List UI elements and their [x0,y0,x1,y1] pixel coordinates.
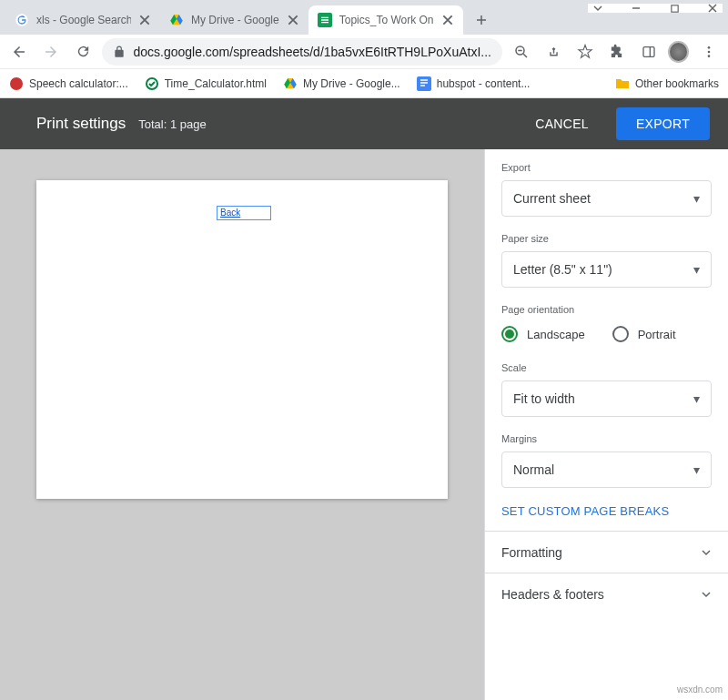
watermark: wsxdn.com [677,685,723,695]
scale-label: Scale [501,362,712,373]
svg-point-5 [707,46,710,49]
caret-down-icon: ▾ [693,191,700,206]
tab-title: xls - Google Search [36,14,131,26]
folder-icon [615,76,630,91]
workspace: Back Export Current sheet ▾ Paper size L… [0,149,728,700]
menu-icon[interactable] [696,39,721,65]
svg-rect-4 [643,46,654,56]
tab-title: My Drive - Google [191,14,279,26]
bookmark-icon [9,76,24,91]
paper-size-label: Paper size [501,233,712,244]
app-area: Print settings Total: 1 page CANCEL EXPO… [0,98,728,700]
orientation-landscape-radio[interactable]: Landscape [501,326,585,342]
svg-rect-10 [417,76,431,91]
back-button[interactable] [7,39,32,65]
star-icon[interactable] [573,39,598,65]
maximize-icon[interactable] [668,2,681,15]
sheets-favicon-icon [318,13,332,27]
forward-button[interactable] [39,39,64,65]
margins-label: Margins [501,433,712,444]
bookmark-item[interactable]: My Drive - Google... [283,76,400,91]
cancel-button[interactable]: CANCEL [515,107,609,140]
total-pages: Total: 1 page [138,117,206,131]
svg-point-6 [707,50,710,53]
caret-down-icon: ▾ [693,462,700,477]
bookmark-item[interactable]: hubspot - content... [417,76,531,91]
svg-point-8 [10,77,23,90]
bookmarks-bar: Speech calculator:... Time_Calculator.ht… [0,69,728,98]
scale-dropdown[interactable]: Fit to width ▾ [501,380,712,417]
margins-dropdown[interactable]: Normal ▾ [501,451,712,488]
lock-icon [113,46,126,58]
radio-unselected-icon [612,326,629,342]
print-preview: Back [0,149,484,700]
bookmark-icon [145,76,159,91]
close-window-icon[interactable] [706,2,719,15]
page-title: Print settings [36,115,126,133]
profile-avatar[interactable] [668,41,689,63]
url-text: docs.google.com/spreadsheets/d/1ba5vxE6I… [133,45,491,59]
close-tab-icon[interactable] [138,14,151,26]
print-header: Print settings Total: 1 page CANCEL EXPO… [0,98,728,149]
chevron-down-icon [701,589,712,600]
custom-page-breaks-link[interactable]: SET CUSTOM PAGE BREAKS [485,492,728,531]
chrome-down-icon[interactable] [592,2,604,15]
export-button[interactable]: EXPORT [616,107,710,140]
radio-selected-icon [501,326,518,342]
docs-icon [417,76,431,91]
settings-panel: Export Current sheet ▾ Paper size Letter… [484,149,728,700]
bookmark-item[interactable]: Speech calculator:... [9,76,128,91]
browser-tab[interactable]: My Drive - Google [160,5,308,35]
orientation-portrait-radio[interactable]: Portrait [612,326,676,342]
browser-tab-active[interactable]: Topics_To Work On [308,5,463,35]
sidepanel-icon[interactable] [636,39,661,65]
orientation-label: Page orientation [501,304,712,315]
caret-down-icon: ▾ [693,391,700,406]
svg-rect-0 [671,5,677,11]
cell-content: Back [217,206,271,220]
headers-footers-accordion[interactable]: Headers & footers [485,573,728,614]
paper-size-dropdown[interactable]: Letter (8.5" x 11") ▾ [501,251,712,288]
browser-tab[interactable]: xls - Google Search [5,5,160,35]
window-controls [588,4,723,13]
bookmark-item[interactable]: Time_Calculator.html [145,76,267,91]
svg-point-7 [707,55,710,57]
share-icon[interactable] [541,39,566,65]
export-label: Export [501,162,712,173]
zoom-icon[interactable] [510,39,534,65]
preview-page: Back [36,180,448,499]
reload-button[interactable] [71,39,96,65]
formatting-accordion[interactable]: Formatting [485,531,728,573]
extensions-icon[interactable] [604,39,629,65]
close-tab-icon[interactable] [441,14,454,26]
new-tab-button[interactable] [469,7,494,33]
close-tab-icon[interactable] [287,14,299,26]
minimize-icon[interactable] [630,2,642,15]
export-dropdown[interactable]: Current sheet ▾ [501,180,712,217]
drive-icon [283,76,298,91]
address-row: docs.google.com/spreadsheets/d/1ba5vxE6I… [0,35,728,69]
drive-favicon-icon [169,13,184,27]
chevron-down-icon [701,547,712,558]
other-bookmarks[interactable]: Other bookmarks [615,76,719,91]
google-favicon-icon [15,13,29,27]
tab-title: Topics_To Work On [339,14,434,26]
address-bar[interactable]: docs.google.com/spreadsheets/d/1ba5vxE6I… [102,38,502,66]
caret-down-icon: ▾ [693,262,700,277]
